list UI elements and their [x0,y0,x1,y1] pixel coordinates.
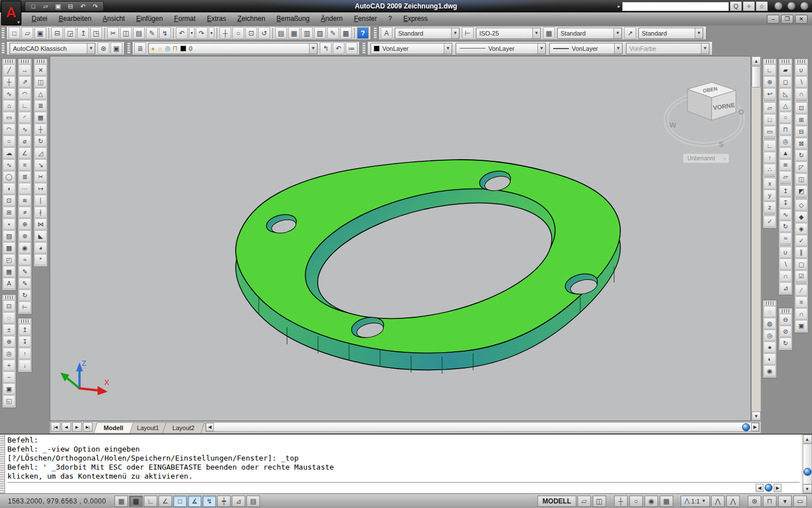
drawing-restore-button[interactable]: ❐ [781,15,793,24]
toolbar-grip[interactable] [780,60,791,63]
slice-button[interactable]: ∕ [795,284,807,296]
tab-first-button[interactable]: |◀ [51,422,60,432]
thicken-button[interactable]: ≡ [795,296,807,308]
inspection-dimension-button[interactable]: ◉ [19,242,31,253]
toolbar-grip[interactable] [765,60,775,63]
center-mark-button[interactable]: ⊕ [19,230,31,242]
dimension-break-button[interactable]: ≠ [19,207,31,218]
ortho-button[interactable]: ∟ [144,496,157,507]
plot-preview-button[interactable]: ◲ [64,27,76,39]
copy-faces-button[interactable]: ◫ [795,173,807,185]
lineweight-combo[interactable]: VonLayer ▼ [549,43,623,54]
help-button[interactable]: ? [357,27,369,39]
planar-surface-button[interactable]: ▱ [779,171,792,182]
multiline-text-button[interactable]: A [3,278,15,289]
bring-to-front-button[interactable]: ↥ [19,324,31,335]
scroll-right-icon[interactable]: ▶ [774,484,782,492]
3d-wireframe-button[interactable]: ◍ [764,318,776,329]
color-faces-button[interactable]: ◩ [795,185,807,196]
copy-button[interactable]: ◫ [34,76,47,87]
redo-list-button[interactable]: ▾ [209,27,214,39]
zoom-scale-button[interactable]: ± [3,324,15,335]
sweep-button[interactable]: ∿ [779,209,792,220]
app-minimize-button[interactable] [774,2,783,10]
chevron-down-icon[interactable]: ▼ [87,43,95,54]
dimension-style-button[interactable]: ⊢ [462,27,474,39]
dimension-edit-button[interactable]: ✎ [19,266,31,277]
text-style-button[interactable]: A [381,27,392,39]
explode-button[interactable]: * [34,254,47,265]
gradient-button[interactable]: ▩ [3,242,15,253]
send-under-objects-button[interactable]: ↓ [19,360,31,371]
ellipse-button[interactable]: ◯ [3,171,15,182]
scale-button[interactable]: ◿ [34,147,47,159]
ordinate-dimension-button[interactable]: ∟ [19,100,31,111]
showmotion-button[interactable]: ▦ [660,496,673,507]
layer-properties-manager-button[interactable]: ≣ [134,42,146,54]
face-ucs-button[interactable]: ▱ [764,102,776,113]
break-button[interactable]: ∤ [34,207,47,218]
scroll-up-icon[interactable]: ▲ [803,435,812,444]
toolbar-grip[interactable] [36,60,46,63]
y-rotate-ucs-button[interactable]: y [764,190,776,201]
chevron-down-icon[interactable]: ▼ [701,43,709,54]
loft-button[interactable]: ≈ [779,233,792,244]
status-menu-button[interactable]: ▾ [778,496,792,507]
offset-button[interactable]: ≣ [34,100,47,111]
vertical-scroll-thumb[interactable] [752,66,761,87]
canvas-vertical-scrollbar[interactable]: ▲ ▼ [751,56,761,421]
toolbar-grip[interactable] [20,60,30,63]
intersect-button[interactable]: ∩ [779,270,792,282]
menu-ansicht[interactable]: Ansicht [97,13,130,25]
multileader-style-combo[interactable]: Standard▼ [638,28,703,39]
toolbar-grip[interactable] [374,28,377,39]
send-to-back-button[interactable]: ↧ [19,336,31,347]
osnap-button[interactable]: □ [173,496,187,507]
annotation-scale-button[interactable]: ⋀1:1▼ [681,496,710,507]
model-3d-flange[interactable] [236,160,620,374]
scroll-right-icon[interactable]: ▶ [751,423,759,431]
otrack-button[interactable]: ∡ [188,496,201,507]
snap-button[interactable]: ▦ [114,496,128,507]
menu-zeichnen[interactable]: Zeichnen [232,13,271,25]
toolbar-grip[interactable] [363,43,365,54]
mirror-button[interactable]: △ [34,88,47,99]
command-hscroll-thumb[interactable] [765,484,773,492]
scroll-left-icon[interactable]: ◀ [756,484,764,492]
menu-einfgen[interactable]: Einfügen [130,13,168,25]
zoom-in-button[interactable]: + [3,360,15,371]
extrude-faces-button[interactable]: ⊡ [795,102,807,113]
plotstyle-combo[interactable]: VonFarbe ▼ [626,43,709,54]
table-style-combo[interactable]: Standard▼ [557,28,622,39]
cone-button[interactable]: △ [779,100,792,111]
toolbar-grip[interactable] [127,43,130,54]
layout-button[interactable]: ▱ [577,496,591,507]
revision-cloud-button[interactable]: ☁ [3,147,15,159]
circle-button[interactable]: ○ [3,135,15,147]
scroll-left-icon[interactable]: ◀ [206,423,214,431]
union-button[interactable]: ∪ [779,247,792,258]
move-faces-button[interactable]: ⊞ [795,114,807,125]
search-button[interactable]: Q [730,1,742,11]
wedge-button[interactable]: ◺ [779,88,792,99]
paste-clip-button[interactable]: ▤ [133,27,145,39]
offset-faces-button[interactable]: ⊟ [795,126,807,137]
ucs-button[interactable]: ∟ [764,64,776,76]
quick-properties-button[interactable]: ▤ [246,496,260,507]
lwt-button[interactable]: ┿ [217,496,231,507]
rotate-button[interactable]: ↻ [34,135,47,147]
previous-ucs-button[interactable]: ↩ [764,88,776,99]
coordinates-display[interactable]: 1563.2000, 979.6563 , 0.0000 [2,497,114,505]
apply-ucs-button[interactable]: ✓ [764,216,776,227]
polyline-button[interactable]: ∿ [3,88,15,99]
drawing-minimize-button[interactable]: ‒ [767,15,779,24]
polar-button[interactable]: ∠ [158,496,172,507]
steering-wheel-button[interactable]: ◉ [645,496,658,507]
pan-realtime-button[interactable]: ┼ [219,27,231,39]
continuous-orbit-button[interactable]: ↻ [779,338,792,349]
lock-ui-button[interactable]: ⊓ [763,496,776,507]
interference-check-button[interactable]: ∩ [795,308,807,319]
compass-south-label[interactable]: S [719,140,724,148]
view-name-label[interactable]: Unbenannt [687,155,715,161]
chevron-down-icon[interactable]: ▼ [451,28,459,38]
